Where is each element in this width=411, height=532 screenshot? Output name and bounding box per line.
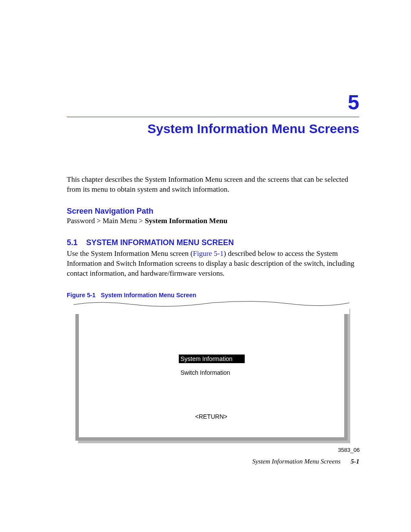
menu-item-selected: System Information — [179, 355, 245, 363]
footer-page-number: 5-1 — [351, 458, 359, 465]
torn-edge-icon — [74, 297, 349, 314]
section-body: Use the System Information Menu screen (… — [67, 249, 359, 279]
nav-path-prefix: Password > Main Menu — [67, 217, 137, 225]
section-title: SYSTEM INFORMATION MENU SCREEN — [86, 238, 234, 247]
screen-inner: System Information Switch Information <R… — [79, 310, 344, 437]
screen-menu: System Information Switch Information — [179, 355, 245, 382]
chapter-number: 5 — [67, 90, 359, 114]
nav-path-heading: Screen Navigation Path — [67, 207, 359, 216]
footer-text: System Information Menu Screens — [252, 458, 340, 465]
figure-xref-link[interactable]: Figure 5-1 — [193, 249, 224, 258]
nav-path-current: System Information Menu — [145, 217, 227, 225]
figure-id: 3583_06 — [75, 447, 360, 453]
document-page: 5 System Information Menu Screens This c… — [0, 0, 411, 532]
page-footer: System Information Menu Screens 5-1 — [252, 458, 359, 465]
section-heading: 5.1SYSTEM INFORMATION MENU SCREEN — [67, 238, 359, 247]
nav-path-sep: > — [137, 217, 145, 225]
intro-paragraph: This chapter describes the System Inform… — [67, 175, 359, 195]
chapter-title: System Information Menu Screens — [67, 121, 359, 136]
menu-item: Switch Information — [179, 368, 232, 377]
screen-return: <RETURN> — [195, 413, 227, 420]
section-body-pre: Use the System Information Menu screen ( — [67, 249, 193, 258]
nav-path: Password > Main Menu > System Informatio… — [67, 217, 359, 225]
terminal-screen-figure: System Information Switch Information <R… — [75, 306, 351, 444]
section-number: 5.1 — [67, 238, 78, 247]
chapter-rule — [67, 117, 359, 117]
